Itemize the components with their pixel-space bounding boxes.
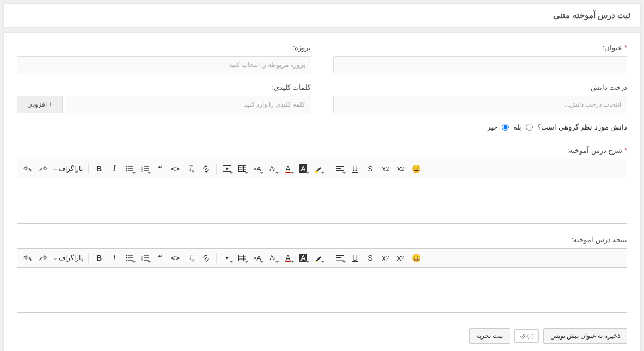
svg-rect-32	[144, 257, 149, 258]
svg-rect-44	[336, 257, 341, 258]
project-select[interactable]	[17, 56, 311, 73]
keywords-input[interactable]	[66, 96, 311, 113]
code-icon[interactable]: <>	[168, 162, 182, 176]
underline-icon[interactable]: U	[348, 251, 362, 265]
align-icon[interactable]	[333, 162, 347, 176]
svg-point-23	[126, 255, 128, 257]
redo-icon[interactable]	[36, 251, 50, 265]
clear-format-icon[interactable]: T✕	[183, 162, 198, 176]
superscript-icon[interactable]: x2	[394, 162, 408, 176]
quote-icon[interactable]: “	[153, 162, 167, 176]
underline-icon[interactable]: U	[348, 162, 362, 176]
description-label: شرح درس آموخته:	[17, 146, 627, 155]
svg-marker-36	[226, 256, 229, 260]
svg-rect-34	[144, 260, 149, 260]
strike-icon[interactable]: S	[363, 162, 377, 176]
font-size-icon[interactable]: AA	[250, 162, 265, 176]
svg-rect-3	[128, 168, 133, 169]
project-label: پروژه:	[17, 44, 311, 52]
tree-select[interactable]	[333, 96, 628, 113]
undo-icon[interactable]	[21, 162, 35, 176]
link-icon[interactable]	[199, 251, 213, 265]
svg-text:3: 3	[141, 258, 143, 261]
title-input[interactable]	[333, 56, 628, 73]
svg-rect-14	[239, 166, 246, 172]
unordered-list-icon[interactable]	[122, 162, 137, 176]
svg-point-2	[126, 168, 128, 170]
svg-rect-42	[315, 261, 318, 262]
no-label: خیر	[487, 123, 498, 131]
result-label: نتیجه درس آموخته:	[17, 236, 627, 244]
svg-rect-22	[336, 170, 344, 171]
quote-icon[interactable]: “	[153, 251, 167, 265]
svg-rect-43	[336, 255, 344, 256]
keywords-label: کلمات کلیدی:	[17, 83, 311, 91]
svg-point-0	[126, 166, 128, 168]
align-icon[interactable]	[333, 251, 347, 265]
tree-label: درخت دانش	[333, 83, 628, 91]
radio-no[interactable]	[502, 124, 509, 131]
attach-button[interactable]: (۰)	[514, 329, 539, 343]
svg-point-27	[126, 260, 128, 261]
svg-point-25	[126, 257, 128, 259]
table-icon[interactable]	[235, 251, 249, 265]
superscript-icon[interactable]: x2	[394, 251, 408, 265]
svg-rect-5	[128, 170, 133, 171]
svg-text:3: 3	[141, 169, 143, 172]
code-icon[interactable]: <>	[168, 251, 182, 265]
svg-rect-26	[128, 257, 133, 258]
italic-icon[interactable]: I	[107, 162, 121, 176]
save-draft-button[interactable]: ذخیره به عنوان پیش نویس	[543, 328, 627, 344]
bg-color-icon[interactable]: A	[296, 251, 310, 265]
bg-color-icon[interactable]: A	[296, 162, 310, 176]
highlight-icon[interactable]	[311, 162, 326, 176]
font-size-icon[interactable]: AA	[250, 251, 265, 265]
italic-icon[interactable]: I	[107, 251, 121, 265]
font-color-icon[interactable]: A	[281, 251, 295, 265]
unordered-list-icon[interactable]	[122, 251, 137, 265]
subscript-icon[interactable]: x2	[378, 162, 392, 176]
paragraph-select[interactable]: پاراگراف⌄	[51, 253, 85, 263]
svg-rect-37	[239, 255, 246, 261]
link-icon[interactable]	[199, 162, 213, 176]
line-height-icon[interactable]: A↕	[266, 251, 280, 265]
page-title: ثبت درس آموخته متنی	[4, 4, 640, 27]
svg-rect-28	[128, 260, 133, 260]
add-keyword-button[interactable]: + افزودن	[17, 96, 63, 113]
media-icon[interactable]	[220, 162, 234, 176]
paperclip-icon	[519, 333, 526, 340]
emoji-icon[interactable]: 😀	[409, 162, 423, 176]
result-textarea[interactable]	[17, 268, 627, 312]
redo-icon[interactable]	[36, 162, 50, 176]
title-label: عنوان:	[333, 44, 628, 52]
svg-rect-9	[144, 168, 149, 169]
ordered-list-icon[interactable]: 123	[138, 162, 152, 176]
font-color-icon[interactable]: A	[281, 162, 295, 176]
subscript-icon[interactable]: x2	[378, 251, 392, 265]
svg-marker-13	[226, 167, 229, 170]
submit-button[interactable]: ثبت تجربه	[469, 328, 510, 344]
radio-yes[interactable]	[526, 124, 533, 131]
clear-format-icon[interactable]: T✕	[183, 251, 198, 265]
svg-rect-11	[144, 170, 149, 171]
svg-rect-45	[336, 260, 344, 261]
undo-icon[interactable]	[21, 251, 35, 265]
table-icon[interactable]	[235, 162, 249, 176]
ordered-list-icon[interactable]: 123	[138, 251, 152, 265]
svg-rect-21	[336, 168, 341, 169]
svg-rect-20	[336, 166, 344, 167]
svg-point-4	[126, 170, 128, 172]
emoji-icon[interactable]: 😀	[409, 251, 423, 265]
description-textarea[interactable]	[17, 178, 627, 223]
paragraph-select[interactable]: پاراگراف⌄	[51, 164, 85, 174]
line-height-icon[interactable]: A↕	[266, 162, 280, 176]
group-question-label: دانش مورد نظر گروهی است؟	[537, 123, 627, 131]
media-icon[interactable]	[220, 251, 234, 265]
bold-icon[interactable]: B	[92, 162, 106, 176]
bold-icon[interactable]: B	[92, 251, 106, 265]
yes-label: بله	[513, 123, 522, 131]
svg-rect-1	[128, 166, 133, 167]
description-editor: پاراگراف⌄ B I 123 “ <> T✕	[17, 159, 627, 224]
highlight-icon[interactable]	[311, 251, 326, 265]
strike-icon[interactable]: S	[363, 251, 377, 265]
